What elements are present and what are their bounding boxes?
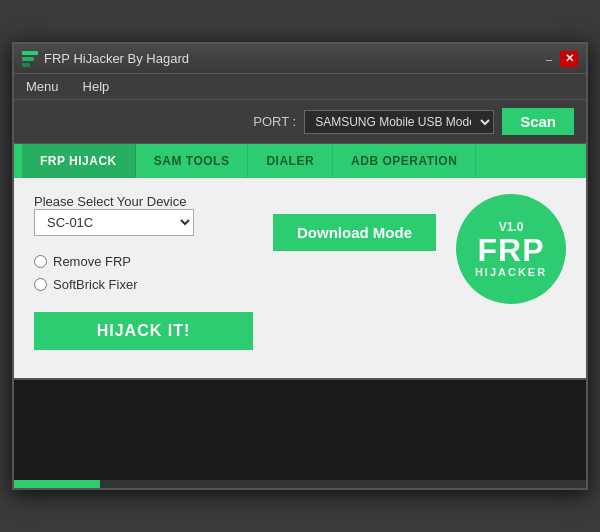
content-area: Please Select Your Device SC-01C Remove … bbox=[14, 178, 586, 378]
minimize-button[interactable]: – bbox=[540, 51, 558, 67]
logo-sub: HIJACKER bbox=[475, 266, 547, 278]
title-bar: FRP HiJacker By Hagard – ✕ bbox=[14, 44, 586, 74]
tab-bar: FRP HIJACK SAM TOOLS DIALER ADB OPERATIO… bbox=[14, 144, 586, 178]
logo-frp: FRP bbox=[478, 234, 545, 266]
scan-button[interactable]: Scan bbox=[502, 108, 574, 135]
options-group: Remove FRP SoftBrick Fixer bbox=[34, 254, 253, 292]
output-area bbox=[14, 378, 586, 488]
progress-bar-fill bbox=[14, 480, 100, 488]
device-select[interactable]: SC-01C bbox=[34, 209, 194, 236]
tab-dialer[interactable]: DIALER bbox=[248, 144, 333, 178]
remove-frp-radio[interactable] bbox=[34, 255, 47, 268]
logo-version: V1.0 bbox=[499, 220, 524, 234]
left-panel: Please Select Your Device SC-01C Remove … bbox=[34, 194, 253, 350]
tab-sam-tools[interactable]: SAM TOOLS bbox=[136, 144, 249, 178]
output-text bbox=[14, 380, 586, 392]
progress-bar-container bbox=[14, 480, 586, 488]
softbrick-fixer-radio[interactable] bbox=[34, 278, 47, 291]
tab-frp-hijack[interactable]: FRP HIJACK bbox=[22, 144, 136, 178]
device-section: Please Select Your Device SC-01C bbox=[34, 194, 253, 236]
port-bar: PORT : SAMSUNG Mobile USB Modem (v Scan bbox=[14, 100, 586, 144]
port-label: PORT : bbox=[253, 114, 296, 129]
logo-circle: V1.0 FRP HIJACKER bbox=[456, 194, 566, 304]
port-select[interactable]: SAMSUNG Mobile USB Modem (v bbox=[304, 110, 494, 134]
title-controls: – ✕ bbox=[540, 51, 578, 67]
right-panel: V1.0 FRP HIJACKER bbox=[456, 194, 566, 304]
close-button[interactable]: ✕ bbox=[560, 51, 578, 67]
softbrick-fixer-label: SoftBrick Fixer bbox=[53, 277, 138, 292]
hijack-button[interactable]: HIJACK IT! bbox=[34, 312, 253, 350]
window-title: FRP HiJacker By Hagard bbox=[44, 51, 189, 66]
download-mode-button[interactable]: Download Mode bbox=[273, 214, 436, 251]
remove-frp-label: Remove FRP bbox=[53, 254, 131, 269]
device-label: Please Select Your Device bbox=[34, 194, 253, 209]
main-window: FRP HiJacker By Hagard – ✕ Menu Help POR… bbox=[12, 42, 588, 490]
menu-item-help[interactable]: Help bbox=[79, 77, 114, 96]
softbrick-fixer-option[interactable]: SoftBrick Fixer bbox=[34, 277, 253, 292]
center-panel: Download Mode bbox=[273, 194, 436, 251]
remove-frp-option[interactable]: Remove FRP bbox=[34, 254, 253, 269]
menu-bar: Menu Help bbox=[14, 74, 586, 100]
tab-adb-operation[interactable]: ADB OPERATION bbox=[333, 144, 476, 178]
title-bar-left: FRP HiJacker By Hagard bbox=[22, 51, 189, 67]
app-icon bbox=[22, 51, 38, 67]
menu-item-menu[interactable]: Menu bbox=[22, 77, 63, 96]
